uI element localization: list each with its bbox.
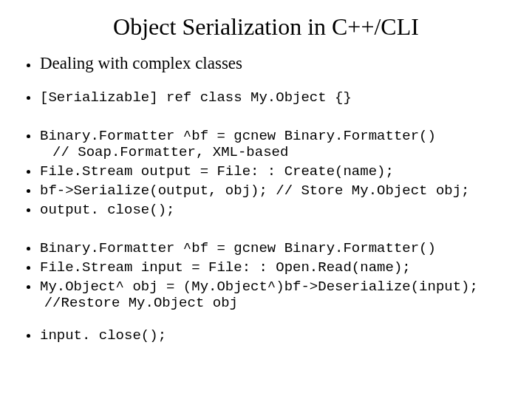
code-bullet: input. close(); (38, 327, 511, 344)
code-bullet: File.Stream output = File: : Create(name… (38, 163, 511, 180)
code-bullet: Binary.Formatter ^bf = gcnew Binary.Form… (38, 240, 511, 256)
code-line-continuation: // Soap.Formatter, XML-based (44, 144, 511, 160)
code-bullet: [Serializable] ref class My.Object {} (38, 89, 511, 106)
slide-title: Object Serialization in C++/CLI (21, 13, 511, 41)
code-bullet: bf->Serialize(output, obj); // Store My.… (38, 183, 511, 199)
code-bullet: Binary.Formatter ^bf = gcnew Binary.Form… (38, 128, 511, 160)
code-line: output. close(); (40, 202, 174, 218)
code-line: Binary.Formatter ^bf = gcnew Binary.Form… (40, 128, 436, 144)
code-bullet: File.Stream input = File: : Open.Read(na… (38, 259, 511, 276)
code-line: File.Stream output = File: : Create(name… (40, 163, 394, 180)
subhead-bullet: Dealing with complex classes (38, 54, 511, 73)
code-bullet: output. close(); (38, 202, 511, 218)
spacer (38, 109, 511, 125)
spacer (38, 76, 511, 86)
code-line: bf->Serialize(output, obj); // Store My.… (40, 183, 470, 199)
code-line: File.Stream input = File: : Open.Read(na… (40, 259, 411, 276)
bullet-list: Dealing with complex classes [Serializab… (21, 54, 511, 344)
spacer (38, 221, 511, 237)
code-line: [Serializable] ref class My.Object {} (40, 89, 352, 106)
slide: Object Serialization in C++/CLI Dealing … (0, 0, 532, 399)
code-line: My.Object^ obj = (My.Object^)bf->Deseria… (40, 279, 478, 295)
code-bullet: My.Object^ obj = (My.Object^)bf->Deseria… (38, 279, 511, 311)
code-line: Binary.Formatter ^bf = gcnew Binary.Form… (40, 240, 436, 256)
spacer (38, 314, 511, 324)
code-line: input. close(); (40, 327, 166, 344)
subhead-text: Dealing with complex classes (40, 54, 242, 72)
code-line-continuation: //Restore My.Object obj (44, 295, 511, 311)
